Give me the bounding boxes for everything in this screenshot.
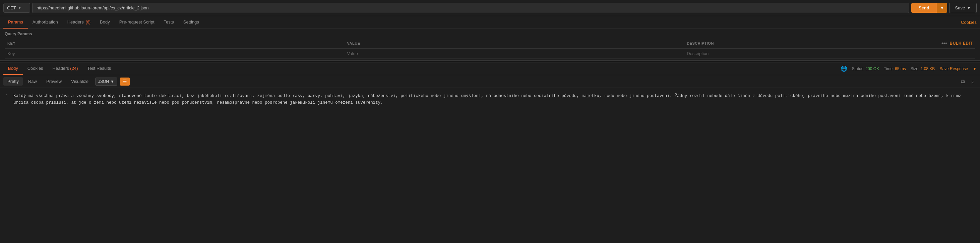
fmt-tab-raw[interactable]: Raw	[24, 77, 41, 86]
format-select-value: JSON	[98, 79, 109, 84]
size-label: Size: 1.08 KB	[911, 66, 935, 71]
tab-authorization[interactable]: Authorization	[28, 16, 63, 29]
send-button[interactable]: Send	[911, 3, 937, 13]
more-options-button[interactable]: •••	[942, 40, 947, 46]
format-select-arrow: ▼	[110, 79, 114, 84]
format-json-select[interactable]: JSON ▼	[95, 78, 117, 86]
save-button[interactable]: Save ▼	[949, 3, 977, 13]
response-body: 1 Každý má všechna práva a všechny svobo…	[0, 88, 980, 111]
fmt-tab-pretty[interactable]: Pretty	[3, 77, 23, 86]
format-right-buttons: ⧉ ⌕	[959, 78, 977, 85]
tab-tests[interactable]: Tests	[159, 16, 179, 29]
wrap-lines-button[interactable]: ☰	[120, 78, 130, 86]
resp-tab-headers[interactable]: Headers (24)	[48, 62, 83, 75]
search-button[interactable]: ⌕	[969, 78, 977, 85]
line-number: 1	[0, 93, 13, 106]
param-desc-cell[interactable]: Description	[684, 49, 975, 59]
method-selector[interactable]: GET ▼	[3, 3, 30, 13]
request-tabs-bar: Params Authorization Headers (6) Body Pr…	[0, 16, 980, 29]
save-response-arrow[interactable]: ▼	[973, 66, 977, 71]
resp-tab-body[interactable]: Body	[3, 62, 23, 75]
col-desc-header: DESCRIPTION ••• Bulk Edit	[684, 38, 975, 49]
status-value: 200 OK	[865, 66, 879, 71]
col-value: VALUE	[345, 38, 684, 49]
copy-button[interactable]: ⧉	[959, 78, 967, 85]
time-label: Time: 65 ms	[884, 66, 906, 71]
url-input[interactable]	[32, 3, 909, 13]
tab-pre-request[interactable]: Pre-request Script	[115, 16, 159, 29]
tab-headers[interactable]: Headers (6)	[63, 16, 95, 29]
line-content: Každý má všechna práva a všechny svobody…	[13, 93, 980, 106]
method-arrow: ▼	[18, 6, 21, 10]
response-tabs-bar: Body Cookies Headers (24) Test Results 🌐…	[0, 62, 980, 75]
query-params-title: Query Params	[5, 32, 975, 36]
tab-body[interactable]: Body	[95, 16, 115, 29]
url-bar: GET ▼ Send ▼ Save ▼	[0, 0, 980, 16]
resp-tab-test-results[interactable]: Test Results	[83, 62, 116, 75]
param-row: Key Value Description	[5, 49, 975, 59]
fmt-tab-visualize[interactable]: Visualize	[67, 77, 92, 86]
tab-settings[interactable]: Settings	[179, 16, 204, 29]
params-table: KEY VALUE DESCRIPTION ••• Bulk Edit Key …	[5, 38, 975, 59]
code-line-1: 1 Každý má všechna práva a všechny svobo…	[0, 92, 980, 107]
method-value: GET	[7, 5, 16, 10]
send-dropdown-button[interactable]: ▼	[937, 3, 948, 13]
send-button-group: Send ▼	[911, 3, 948, 13]
response-meta: 🌐 Status: 200 OK Time: 65 ms Size: 1.08 …	[841, 66, 977, 72]
status-label: Status: 200 OK	[852, 66, 879, 71]
bulk-edit-link[interactable]: Bulk Edit	[950, 41, 973, 46]
tab-params[interactable]: Params	[3, 16, 28, 29]
resp-tab-cookies[interactable]: Cookies	[23, 62, 48, 75]
size-value: 1.08 KB	[921, 66, 935, 71]
fmt-tab-preview[interactable]: Preview	[42, 77, 66, 86]
param-value-cell[interactable]: Value	[345, 49, 684, 59]
query-params-section: Query Params KEY VALUE DESCRIPTION ••• B…	[0, 29, 980, 61]
cookies-link[interactable]: Cookies	[961, 20, 977, 25]
format-bar: Pretty Raw Preview Visualize JSON ▼ ☰ ⧉ …	[0, 75, 980, 88]
col-key: KEY	[5, 38, 345, 49]
globe-icon: 🌐	[841, 66, 847, 72]
save-response-button[interactable]: Save Response	[939, 66, 968, 71]
param-key-cell[interactable]: Key	[5, 49, 345, 59]
time-value: 65 ms	[895, 66, 906, 71]
